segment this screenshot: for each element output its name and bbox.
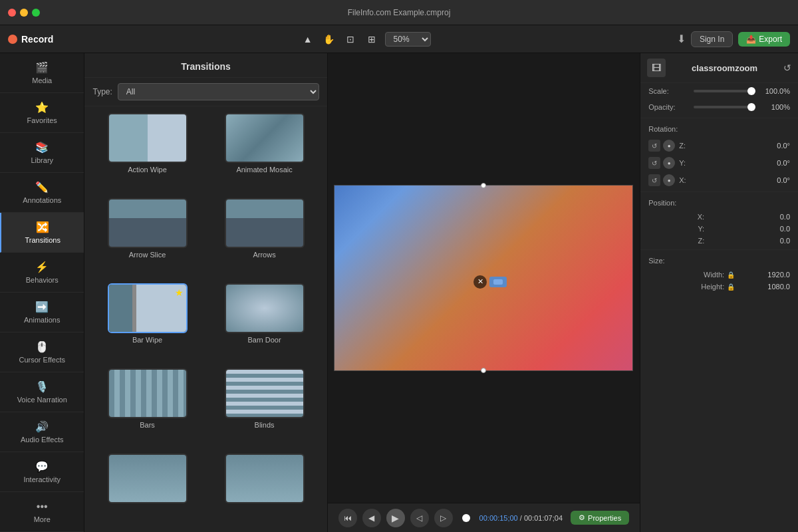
rewind-button[interactable]: ⏮ xyxy=(338,509,357,527)
sidebar-item-interactivity[interactable]: 💬 Interactivity xyxy=(0,452,84,492)
crop-tool[interactable]: ⊡ xyxy=(342,31,358,47)
sidebar-item-more[interactable]: ••• More xyxy=(0,492,84,532)
properties-title: classroomzoom xyxy=(692,63,757,73)
download-icon[interactable]: ⬇ xyxy=(677,33,686,45)
interactivity-icon: 💬 xyxy=(35,460,49,473)
scale-value: 100.0% xyxy=(757,87,790,95)
transitions-panel: Transitions Type: All 2D 3D Motion Actio… xyxy=(84,53,327,532)
transition-blinds[interactable]: Blinds xyxy=(209,368,321,448)
sidebar-label-interactivity: Interactivity xyxy=(23,475,61,483)
step-back-button[interactable]: ◀ xyxy=(362,509,381,527)
sidebar: 🎬 Media ⭐ Favorites 📚 Library ✏️ Annotat… xyxy=(0,53,84,532)
scale-label: Scale: xyxy=(648,87,688,95)
sidebar-item-transitions[interactable]: 🔀 Transitions xyxy=(0,213,84,253)
rotation-z-ccw-button[interactable]: ↺ xyxy=(648,140,660,152)
transitions-icon: 🔀 xyxy=(36,221,49,233)
export-button[interactable]: 📤 Export xyxy=(738,32,790,47)
rotation-y-label: Y: xyxy=(679,159,686,167)
canvas-drag-handle[interactable] xyxy=(489,277,507,287)
prev-frame-button[interactable]: ◁ xyxy=(410,509,429,527)
sidebar-item-animations[interactable]: ➡️ Animations xyxy=(0,293,84,332)
size-height-row: Height: 🔒 1080.0 xyxy=(640,281,798,293)
opacity-value: 100% xyxy=(757,103,790,111)
rotation-z-circle: ● xyxy=(663,140,675,152)
rotation-label: Rotation: xyxy=(648,125,688,133)
transition-label-bars: Bars xyxy=(140,421,155,429)
sidebar-item-media[interactable]: 🎬 Media xyxy=(0,53,84,93)
width-label: Width: xyxy=(691,271,724,279)
properties-button[interactable]: ⚙ Properties xyxy=(571,511,629,525)
window-title: FileInfo.com Example.cmproj xyxy=(348,8,451,17)
canvas-area: ✕ xyxy=(328,53,640,503)
transition-action-wipe[interactable]: Action Wipe xyxy=(91,113,203,193)
rotation-x-value: 0.0° xyxy=(763,176,790,184)
sidebar-item-favorites[interactable]: ⭐ Favorites xyxy=(0,93,84,133)
record-dot-icon xyxy=(8,35,17,44)
favorites-icon: ⭐ xyxy=(35,101,49,114)
rotation-x-ccw-button[interactable]: ↺ xyxy=(648,174,660,186)
main-toolbar: Record ▲ ✋ ⊡ ⊞ 50% 100% ⬇ Sign In 📤 Expo… xyxy=(0,25,798,53)
canvas-close-icon[interactable]: ✕ xyxy=(473,275,487,289)
rotation-x-label: X: xyxy=(679,176,686,184)
play-button[interactable]: ▶ xyxy=(386,509,405,527)
position-z-value: 0.0 xyxy=(763,237,790,245)
voice-narration-icon: 🎙️ xyxy=(35,380,49,393)
sidebar-label-annotations: Annotations xyxy=(23,196,61,204)
type-filter-select[interactable]: All 2D 3D Motion xyxy=(118,83,319,100)
record-button[interactable]: Record xyxy=(8,34,53,45)
rotation-y-value: 0.0° xyxy=(763,159,790,167)
panel-title: Transitions xyxy=(84,53,327,78)
transition-arrow-slice[interactable]: Arrow Slice xyxy=(91,198,203,278)
reset-button[interactable]: ↺ xyxy=(783,63,791,73)
lock-icon2[interactable]: 🔒 xyxy=(727,283,735,291)
transition-label-arrows: Arrows xyxy=(253,251,275,259)
resize-tool[interactable]: ⊞ xyxy=(364,31,380,47)
scale-row: Scale: 100.0% xyxy=(640,83,798,99)
size-header-row: Size: xyxy=(640,253,798,269)
transition-animated-mosaic[interactable]: Animated Mosaic xyxy=(209,113,321,193)
divider2 xyxy=(640,192,798,192)
maximize-button[interactable] xyxy=(32,9,40,17)
rotation-y-ccw-button[interactable]: ↺ xyxy=(648,157,660,169)
transition-partial2[interactable] xyxy=(209,454,321,525)
sidebar-label-cursor-effects: Cursor Effects xyxy=(19,356,65,364)
sidebar-item-voice-narration[interactable]: 🎙️ Voice Narration xyxy=(0,372,84,412)
sidebar-item-library[interactable]: 📚 Library xyxy=(0,133,84,173)
position-z-row: Z: 0.0 xyxy=(640,235,798,247)
canvas-handle-top[interactable] xyxy=(481,183,486,188)
hand-tool[interactable]: ✋ xyxy=(321,31,337,47)
minimize-button[interactable] xyxy=(20,9,28,17)
size-width-row: Width: 🔒 1920.0 xyxy=(640,269,798,281)
playback-thumb[interactable] xyxy=(462,514,470,522)
transition-bar-wipe[interactable]: ★ Bar Wipe xyxy=(91,283,203,363)
opacity-slider-thumb[interactable] xyxy=(747,103,755,111)
rotation-header-row: Rotation: xyxy=(640,121,798,137)
width-value: 1920.0 xyxy=(760,271,790,279)
close-button[interactable] xyxy=(8,9,16,17)
film-strip-button[interactable]: 🎞 xyxy=(647,59,666,77)
sidebar-item-annotations[interactable]: ✏️ Annotations xyxy=(0,173,84,213)
animations-icon: ➡️ xyxy=(35,301,49,313)
sign-in-button[interactable]: Sign In xyxy=(691,31,733,47)
transition-label-blinds: Blinds xyxy=(255,421,275,429)
transition-partial1[interactable] xyxy=(91,454,203,525)
transition-barn-door[interactable]: Barn Door xyxy=(209,283,321,363)
annotations-icon: ✏️ xyxy=(35,181,49,194)
transition-arrows[interactable]: Arrows xyxy=(209,198,321,278)
gear-icon: ⚙ xyxy=(579,513,585,522)
canvas-handle-bottom[interactable] xyxy=(481,368,486,373)
scale-slider[interactable] xyxy=(694,90,751,92)
rotation-z-label: Z: xyxy=(679,142,686,150)
next-frame-button[interactable]: ▷ xyxy=(434,509,453,527)
lock-icon[interactable]: 🔒 xyxy=(727,271,735,279)
zoom-select[interactable]: 50% 100% xyxy=(385,32,431,47)
position-y-row: Y: 0.0 xyxy=(640,223,798,235)
transition-bars[interactable]: Bars xyxy=(91,368,203,448)
select-tool[interactable]: ▲ xyxy=(300,31,316,47)
transitions-grid: Action Wipe Animated Mosaic Arrow Slice … xyxy=(84,106,327,532)
sidebar-item-cursor-effects[interactable]: 🖱️ Cursor Effects xyxy=(0,332,84,372)
opacity-slider[interactable] xyxy=(694,106,751,108)
sidebar-item-audio-effects[interactable]: 🔊 Audio Effects xyxy=(0,412,84,452)
sidebar-item-behaviors[interactable]: ⚡ Behaviors xyxy=(0,253,84,293)
scale-slider-thumb[interactable] xyxy=(747,87,755,95)
